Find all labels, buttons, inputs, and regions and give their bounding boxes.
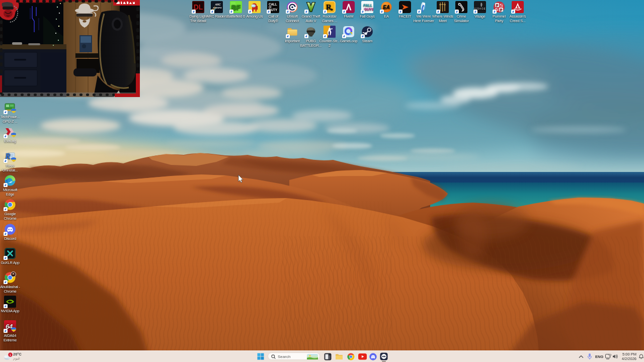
svg-text:P: P <box>496 3 499 8</box>
